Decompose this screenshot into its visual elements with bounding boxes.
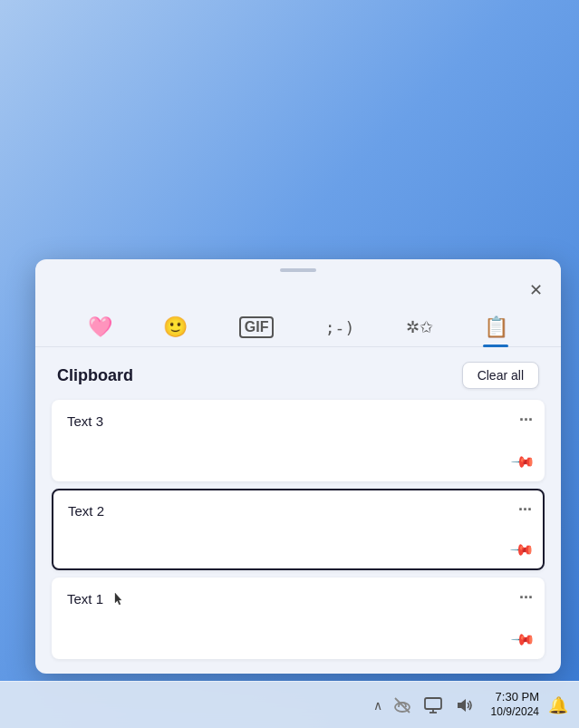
tab-active-indicator: [483, 345, 508, 347]
cloud-icon[interactable]: [391, 694, 413, 716]
tab-clipboard[interactable]: 📋: [471, 310, 521, 346]
clipboard-icon: 📋: [484, 315, 508, 339]
drag-bar: [280, 268, 316, 272]
gif-icon: GIF: [239, 316, 275, 338]
volume-icon[interactable]: [453, 694, 475, 716]
clock-time: 7:30 PM: [491, 690, 539, 705]
close-row: ✕: [35, 277, 561, 306]
more-options-3[interactable]: ···: [519, 412, 533, 428]
monitor-icon[interactable]: [422, 694, 444, 716]
cloud-off-icon: [392, 695, 412, 715]
clock-date: 10/9/2024: [491, 705, 539, 720]
clipboard-item-3[interactable]: Text 3 ··· 📌: [52, 400, 545, 481]
more-options-2[interactable]: ···: [518, 501, 532, 518]
more-options-1[interactable]: ···: [519, 589, 533, 606]
pin-icon-1[interactable]: 📌: [510, 626, 537, 654]
close-button[interactable]: ✕: [523, 277, 548, 303]
clipboard-panel: ✕ 🩷 🙂 GIF ;-) ✲✩ 📋 Clipboard Clear all: [35, 259, 561, 674]
taskbar-time[interactable]: 7:30 PM 10/9/2024: [491, 690, 539, 719]
clipboard-list: Text 3 ··· 📌 Text 2 ··· 📌 Text 1 ··· 📌: [35, 400, 561, 659]
clipboard-title: Clipboard: [57, 366, 133, 385]
drag-handle[interactable]: [35, 259, 561, 277]
clear-all-button[interactable]: Clear all: [462, 362, 539, 389]
cursor-icon: [112, 593, 123, 607]
taskbar: ∧ 7:30 PM 10/9/2024 🔔: [0, 681, 579, 728]
taskbar-icons: ∧: [373, 694, 475, 716]
svg-marker-5: [458, 699, 466, 712]
clipboard-item-2[interactable]: Text 2 ··· 📌: [52, 489, 545, 570]
emoji-hearts-icon: 🩷: [88, 315, 112, 339]
pin-icon-2[interactable]: 📌: [509, 537, 536, 564]
tab-emoji-hearts[interactable]: 🩷: [75, 310, 125, 346]
chevron-up-icon[interactable]: ∧: [373, 698, 382, 713]
clipboard-header: Clipboard Clear all: [35, 347, 561, 400]
clip-text-3: Text 3: [67, 413, 103, 429]
tab-emoticon[interactable]: ;-): [313, 313, 368, 345]
special-chars-icon: ✲✩: [406, 317, 433, 337]
clip-text-1: Text 1: [67, 591, 123, 607]
notification-bell-icon[interactable]: 🔔: [548, 695, 568, 715]
tab-special-chars[interactable]: ✲✩: [393, 312, 446, 345]
tab-emoji-face[interactable]: 🙂: [150, 310, 200, 346]
emoji-face-icon: 🙂: [163, 315, 188, 339]
pin-icon-3[interactable]: 📌: [510, 449, 537, 476]
emoticon-icon: ;-): [325, 318, 355, 337]
clip-text-2: Text 2: [68, 503, 104, 519]
tab-gif[interactable]: GIF: [227, 311, 287, 345]
tab-bar: 🩷 🙂 GIF ;-) ✲✩ 📋: [35, 306, 561, 347]
svg-rect-2: [425, 698, 441, 709]
clipboard-item-1[interactable]: Text 1 ··· 📌: [52, 578, 545, 659]
